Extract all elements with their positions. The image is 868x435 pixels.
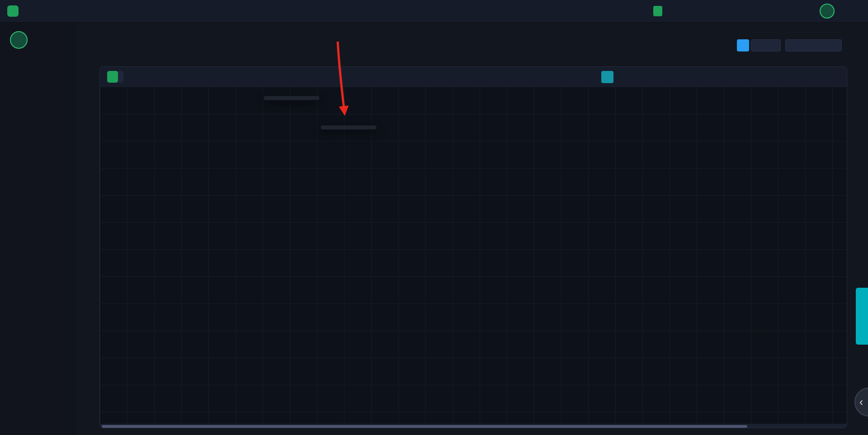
add-zone-button[interactable]	[601, 71, 613, 83]
user-avatar[interactable]	[820, 4, 835, 19]
app-root: ‹	[0, 0, 868, 435]
horizontal-scrollbar	[100, 424, 847, 428]
sidebar	[0, 22, 76, 435]
filter-select[interactable]	[751, 39, 781, 51]
contact-us-button[interactable]	[856, 288, 868, 345]
chat-collapse-button[interactable]: ‹	[854, 388, 868, 416]
search-box	[785, 39, 842, 51]
zone-selector[interactable]	[107, 71, 123, 83]
scrollbar-thumb[interactable]	[102, 425, 747, 428]
app-logo-icon	[7, 5, 19, 17]
pc-context-menu	[264, 96, 320, 100]
manage-submenu	[321, 125, 377, 130]
topbar	[0, 0, 868, 23]
license-days-badge	[653, 6, 662, 16]
sidebar-avatar	[10, 31, 28, 49]
zone-name-badge	[107, 71, 118, 83]
floor-plan-canvas	[100, 87, 847, 424]
pause-button[interactable]	[737, 39, 749, 51]
layout-panel	[99, 66, 847, 428]
search-input[interactable]	[792, 42, 832, 49]
